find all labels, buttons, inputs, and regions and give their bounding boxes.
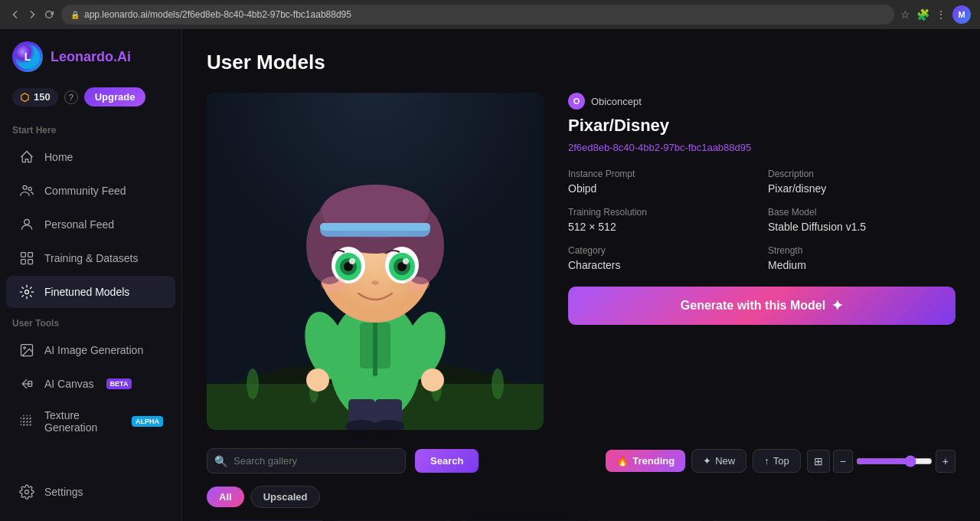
new-label: New — [715, 455, 735, 467]
sidebar-item-community-label: Community Feed — [44, 185, 126, 197]
logo-avatar: L — [12, 41, 43, 72]
zoom-out-button[interactable]: − — [833, 450, 853, 473]
model-image — [207, 93, 544, 430]
sidebar-item-ai-image[interactable]: AI Image Generation — [6, 334, 175, 366]
reload-btn[interactable] — [43, 8, 55, 21]
training-icon — [18, 250, 35, 267]
ai-canvas-icon — [18, 375, 35, 392]
svg-point-45 — [403, 258, 409, 264]
gallery-controls: 🔍 Search 🔥 Trending ✦ New ↑ Top ⊞ — [207, 448, 956, 473]
svg-point-3 — [28, 187, 31, 190]
top-icon: ↑ — [764, 455, 769, 467]
zoom-slider[interactable] — [856, 455, 933, 467]
base-model-field: Base Model Stable Diffusion v1.5 — [768, 207, 956, 233]
filter-row: All Upscaled — [207, 486, 956, 508]
upgrade-button[interactable]: Upgrade — [84, 87, 146, 106]
sidebar-item-texture-label: Texture Generation — [44, 409, 119, 434]
category-field: Category Characters — [568, 245, 756, 271]
bookmark-icon[interactable]: ☆ — [900, 8, 910, 21]
model-owner-row: O Obiconcept — [568, 93, 956, 110]
forward-btn[interactable] — [26, 8, 38, 21]
generate-button[interactable]: Generate with this Model ✦ — [568, 287, 956, 325]
trending-button[interactable]: 🔥 Trending — [606, 450, 685, 472]
model-name: Pixar/Disney — [568, 116, 956, 136]
svg-point-18 — [492, 369, 504, 399]
start-here-label: Start Here — [0, 116, 181, 140]
svg-point-27 — [421, 369, 444, 392]
sidebar-item-settings-label: Settings — [44, 486, 83, 498]
sidebar-item-home[interactable]: Home — [6, 141, 175, 173]
view-controls: ⊞ − + — [807, 450, 956, 473]
model-info: O Obiconcept Pixar/Disney 2f6ed8eb-8c40-… — [568, 93, 956, 430]
svg-point-48 — [405, 277, 430, 292]
search-input[interactable] — [207, 448, 406, 473]
browser-actions: ☆ 🧩 ⋮ M — [900, 5, 971, 24]
sidebar-item-personal-label: Personal Feed — [44, 218, 114, 231]
search-container: 🔍 — [207, 448, 406, 473]
category-label: Category — [568, 245, 756, 256]
credits-row: ⬡ 150 ? Upgrade — [0, 84, 181, 116]
sidebar-item-ai-image-label: AI Image Generation — [44, 344, 143, 356]
extensions-icon[interactable]: 🧩 — [916, 8, 929, 21]
strength-label: Strength — [768, 245, 956, 256]
search-icon: 🔍 — [214, 455, 227, 467]
description-field: Description Pixar/disney — [768, 169, 956, 195]
trending-label: Trending — [632, 455, 675, 467]
category-value: Characters — [568, 259, 756, 271]
sidebar-item-texture[interactable]: Texture Generation ALPHA — [6, 401, 175, 441]
owner-avatar: O — [568, 93, 585, 110]
logo-text: Leonardo.Ai — [51, 49, 131, 65]
sidebar: L Leonardo.Ai ⬡ 150 ? Upgrade Start Here… — [0, 29, 182, 521]
sidebar-item-ai-canvas[interactable]: AI Canvas BETA — [6, 368, 175, 400]
top-label: Top — [773, 455, 789, 467]
settings-icon — [18, 483, 35, 500]
zoom-in-button[interactable]: + — [936, 450, 956, 473]
texture-icon — [18, 413, 35, 430]
owner-name: Obiconcept — [591, 96, 642, 107]
search-button[interactable]: Search — [415, 449, 479, 473]
new-button[interactable]: ✦ New — [691, 449, 746, 473]
svg-rect-8 — [28, 260, 33, 264]
browser-controls — [9, 8, 55, 21]
base-model-value: Stable Diffusion v1.5 — [768, 221, 956, 233]
back-btn[interactable] — [9, 8, 21, 21]
generate-icon: ✦ — [831, 297, 843, 314]
sidebar-item-community[interactable]: Community Feed — [6, 175, 175, 207]
filter-upscaled-button[interactable]: Upscaled — [250, 486, 321, 508]
sidebar-item-training[interactable]: Training & Datasets — [6, 242, 175, 274]
sidebar-item-finetuned[interactable]: Finetuned Models — [6, 276, 175, 308]
url-text: app.leonardo.ai/models/2f6ed8eb-8c40-4bb… — [84, 9, 351, 20]
browser-bar: 🔒 app.leonardo.ai/models/2f6ed8eb-8c40-4… — [0, 0, 980, 29]
sidebar-item-settings[interactable]: Settings — [6, 476, 175, 508]
url-bar[interactable]: 🔒 app.leonardo.ai/models/2f6ed8eb-8c40-4… — [61, 5, 894, 25]
finetuned-icon — [18, 283, 35, 300]
sidebar-item-personal[interactable]: Personal Feed — [6, 208, 175, 241]
instance-prompt-label: Instance Prompt — [568, 169, 756, 179]
info-grid: Instance Prompt Obipd Description Pixar/… — [568, 169, 956, 271]
model-detail: O Obiconcept Pixar/Disney 2f6ed8eb-8c40-… — [207, 93, 956, 430]
training-resolution-value: 512 × 512 — [568, 221, 756, 233]
svg-text:L: L — [24, 51, 31, 63]
description-label: Description — [768, 169, 956, 179]
svg-point-26 — [306, 369, 329, 392]
grid-view-button[interactable]: ⊞ — [807, 450, 830, 473]
svg-point-9 — [25, 290, 29, 294]
svg-point-47 — [321, 277, 345, 292]
personal-icon — [18, 216, 35, 233]
instance-prompt-value: Obipd — [568, 182, 756, 195]
filter-all-button[interactable]: All — [207, 487, 244, 507]
instance-prompt-field: Instance Prompt Obipd — [568, 169, 756, 195]
credits-count: 150 — [34, 91, 51, 103]
user-avatar[interactable]: M — [952, 5, 971, 24]
sidebar-header: L Leonardo.Ai — [0, 29, 181, 84]
credits-badge: ⬡ 150 — [12, 88, 58, 106]
gallery-right: 🔥 Trending ✦ New ↑ Top ⊞ − + — [606, 449, 956, 473]
user-tools-label: User Tools — [0, 309, 181, 333]
menu-icon[interactable]: ⋮ — [936, 8, 946, 21]
svg-point-17 — [247, 369, 259, 399]
description-value: Pixar/disney — [768, 182, 956, 195]
sidebar-item-finetuned-label: Finetuned Models — [44, 286, 129, 298]
svg-point-44 — [349, 258, 355, 264]
top-button[interactable]: ↑ Top — [753, 449, 800, 473]
help-icon[interactable]: ? — [64, 90, 78, 104]
